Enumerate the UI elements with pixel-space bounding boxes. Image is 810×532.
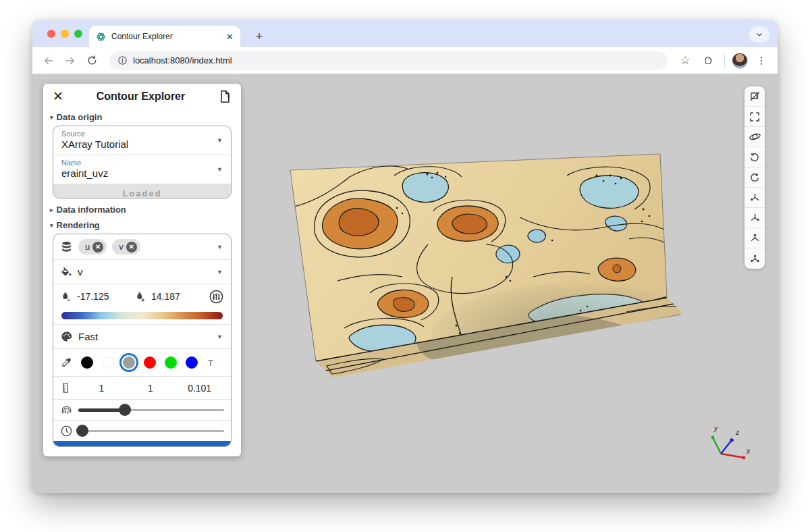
ruler-icon [60,382,72,394]
color-by-value: v [78,266,83,278]
section-rendering[interactable]: ▾ Rendering [43,217,241,232]
new-tab-button[interactable]: + [250,27,269,46]
url-text[interactable]: localhost:8080/index.html [133,55,232,65]
range-max-value[interactable]: 14.187 [151,291,203,302]
color-swatch-black[interactable] [81,356,93,369]
minimize-window-button[interactable] [61,30,69,38]
clock-icon [60,425,73,437]
color-swatch-red[interactable] [144,356,156,369]
color-swatch-blue[interactable] [186,356,198,369]
chip-remove-icon[interactable]: ✕ [126,242,137,252]
reload-button[interactable] [82,51,101,70]
page-content: ✕ Contour Explorer ▾ Data origin Source … [32,74,778,492]
caret-down-icon: ▼ [217,244,223,250]
palette-icon [60,330,73,343]
caret-down-icon: ▼ [217,137,223,144]
name-select[interactable]: Name eraint_uvz ▼ [53,155,231,184]
bookmark-button[interactable]: ☆ [676,51,695,70]
box-top-face [290,154,714,389]
tab-close-icon[interactable]: ✕ [226,32,234,41]
text-color-option[interactable]: T [208,358,213,368]
forward-arrow-icon [64,55,76,67]
arrays-select[interactable]: u ✕ v ✕ ▼ [53,234,231,259]
tab-title: Contour Explorer [111,32,221,41]
rendering-group: u ✕ v ✕ ▼ v ▼ [53,234,232,447]
browser-tab[interactable]: Contour Explorer ✕ [89,26,240,47]
view-axis-negative-x-icon [749,191,761,204]
fingerprint-icon [60,404,73,417]
tab-search-chevron-button[interactable] [749,26,770,43]
color-by-select[interactable]: v ▼ [53,259,231,284]
view-toolbar [745,86,765,269]
orientation-axes-widget: x y z [706,423,753,464]
profile-avatar[interactable] [732,53,748,69]
panel-close-icon[interactable]: ✕ [53,88,63,104]
extensions-button[interactable] [699,51,718,70]
database-icon [60,240,73,253]
zoom-window-button[interactable] [74,30,82,38]
no-box-select-button[interactable] [745,86,765,107]
url-bar[interactable]: localhost:8080/index.html [109,51,668,70]
view-axis-negative-y-button[interactable] [745,208,765,228]
back-arrow-icon [43,55,55,67]
colormap-select[interactable]: Fast ▼ [53,324,231,348]
back-button[interactable] [39,51,58,70]
toolbar-separator [724,55,725,67]
reset-camera-icon [749,111,761,123]
array-chip[interactable]: v ✕ [112,239,140,255]
source-select[interactable]: Source XArray Tutorial ▼ [53,126,231,155]
chrome-menu-button[interactable] [752,51,771,70]
slider-track[interactable] [78,430,224,432]
browser-window: Contour Explorer ✕ + localhost:8080/inde… [32,20,778,493]
time-slider[interactable] [78,425,224,437]
color-swatch-green[interactable] [165,356,177,369]
axis-y-label: y [713,425,718,432]
view-axis-positive-z-button[interactable] [745,228,765,248]
update-3d-view-button[interactable]: Update 3D view [53,441,231,447]
slider-fill [78,408,125,412]
chip-remove-icon[interactable]: ✕ [92,242,103,252]
loaded-button[interactable]: Loaded [53,184,231,199]
section-data-origin[interactable]: ▾ Data origin [43,109,241,124]
section-data-information[interactable]: ▸ Data information [43,201,241,217]
scale-z-value[interactable]: 0.101 [175,383,224,394]
extensions-puzzle-icon [703,55,714,66]
range-row: -17.125 14.187 [53,284,231,309]
range-min-value[interactable]: -17.125 [77,291,129,302]
view-axis-positive-z-icon [749,232,761,244]
view-axis-negative-y-icon [749,211,761,224]
orbit-icon [749,130,761,143]
eyedropper-icon[interactable] [60,356,72,369]
rotate-counterclockwise-button[interactable] [745,147,765,167]
color-swatch-gray-selected[interactable] [123,356,135,369]
slider-thumb[interactable] [119,404,131,416]
scale-x-value[interactable]: 1 [77,383,126,394]
scale-y-value[interactable]: 1 [126,383,176,394]
site-info-icon[interactable] [117,55,128,65]
reset-camera-button[interactable] [745,107,765,127]
caret-down-icon: ▼ [217,334,223,340]
reset-range-sliders-icon[interactable] [209,289,224,304]
tab-strip: Contour Explorer ✕ + [32,20,778,47]
contour-color-row: T [53,348,231,376]
bookmark-star-icon: ☆ [680,53,690,68]
favicon-trame-logo-icon [96,32,106,42]
color-swatch-white[interactable] [102,356,114,369]
section-caret-icon: ▸ [50,207,53,213]
contour-value-slider[interactable] [78,404,224,416]
contour-value-row [53,399,231,420]
rotate-clockwise-button[interactable] [745,167,765,188]
data-origin-group: Source XArray Tutorial ▼ Name eraint_uvz… [53,126,232,198]
no-box-select-icon [749,90,761,103]
orbit-button[interactable] [745,127,765,147]
file-exchange-icon[interactable] [218,90,232,103]
view-isometric-button[interactable] [745,248,765,269]
slider-thumb[interactable] [76,425,88,437]
view-axis-negative-x-button[interactable] [745,188,765,208]
axis-z-label: z [735,429,739,436]
chip-label: v [119,242,124,252]
chip-label: u [85,242,90,252]
array-chip[interactable]: u ✕ [78,239,107,255]
close-window-button[interactable] [47,30,55,38]
forward-button[interactable] [61,51,80,70]
